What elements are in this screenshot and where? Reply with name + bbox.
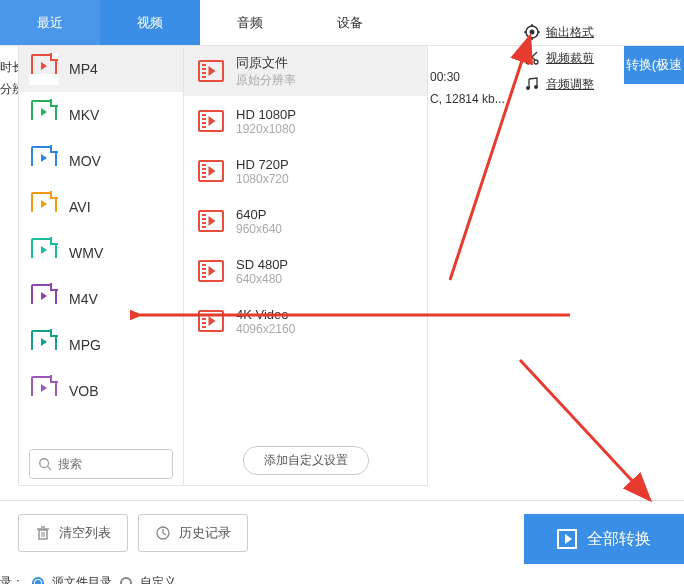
file-icon: M4V [31, 284, 57, 314]
all-convert-button[interactable]: 全部转换 [524, 514, 684, 564]
video-icon [198, 110, 224, 132]
radio-source-dir[interactable] [32, 577, 44, 585]
preset-title: 640P [236, 207, 282, 222]
format-label: M4V [69, 291, 98, 307]
save-location-row: 录： 源文件目录 自定义 [0, 574, 176, 584]
file-codec: C, 12814 kb... [430, 88, 505, 110]
preset-title: 4K Video [236, 307, 295, 322]
save-label: 录： [0, 574, 24, 584]
file-info: 00:30 C, 12814 kb... [430, 66, 505, 110]
preset-title: HD 720P [236, 157, 289, 172]
radio-custom-dir-label: 自定义 [140, 574, 176, 584]
search-icon [38, 457, 52, 471]
tab-device[interactable]: 设备 [300, 0, 400, 45]
preset-same-as-source[interactable]: 同原文件原始分辨率 [184, 46, 427, 96]
format-vob[interactable]: VOB VOB [19, 368, 183, 414]
format-label: MP4 [69, 61, 98, 77]
tab-recent[interactable]: 最近 [0, 0, 100, 45]
audio-adjust-label: 音频调整 [546, 74, 594, 94]
divider [0, 500, 684, 501]
radio-custom-dir[interactable] [120, 577, 132, 585]
all-convert-label: 全部转换 [587, 529, 651, 550]
file-icon: MKV [31, 100, 57, 130]
preset-sub: 1920x1080 [236, 122, 296, 136]
preset-sub: 640x480 [236, 272, 288, 286]
clear-list-label: 清空列表 [59, 524, 111, 542]
svg-point-7 [534, 60, 538, 64]
tab-video[interactable]: 视频 [100, 0, 200, 45]
history-label: 历史记录 [179, 524, 231, 542]
format-wmv[interactable]: WMV WMV [19, 230, 183, 276]
format-panel: MP4 MP4 MKV MKV MOV MOV AVI AVI WMV WMV … [18, 46, 428, 486]
format-mkv[interactable]: MKV MKV [19, 92, 183, 138]
format-label: AVI [69, 199, 91, 215]
format-mov[interactable]: MOV MOV [19, 138, 183, 184]
format-mpg[interactable]: MPG MPG [19, 322, 183, 368]
scissors-icon [524, 50, 540, 66]
video-crop-label: 视频裁剪 [546, 48, 594, 68]
svg-rect-15 [39, 530, 47, 539]
convert-button-small[interactable]: 转换(极速 [624, 46, 684, 84]
add-custom-button[interactable]: 添加自定义设置 [243, 446, 369, 475]
svg-point-13 [40, 459, 49, 468]
search-box[interactable] [29, 449, 173, 479]
file-icon: MOV [31, 146, 57, 176]
svg-line-28 [520, 360, 650, 500]
video-icon [198, 260, 224, 282]
video-icon [198, 160, 224, 182]
file-icon: WMV [31, 238, 57, 268]
svg-line-22 [163, 533, 166, 535]
format-label: WMV [69, 245, 103, 261]
preset-sub: 1080x720 [236, 172, 289, 186]
file-icon: MP4 [31, 54, 57, 84]
output-format-label: 输出格式 [546, 22, 594, 42]
preset-480p[interactable]: SD 480P640x480 [184, 246, 427, 296]
preset-4k[interactable]: 4K Video4096x2160 [184, 296, 427, 346]
search-input[interactable] [58, 457, 164, 471]
target-icon [524, 24, 540, 40]
bottom-buttons: 清空列表 历史记录 [18, 514, 248, 552]
svg-point-1 [530, 30, 535, 35]
preset-1080p[interactable]: HD 1080P1920x1080 [184, 96, 427, 146]
preset-sub: 原始分辨率 [236, 72, 296, 89]
preset-title: 同原文件 [236, 54, 296, 72]
preset-title: SD 480P [236, 257, 288, 272]
category-tabs: 最近 视频 音频 设备 [0, 0, 400, 45]
clock-icon [155, 525, 171, 541]
preset-640p[interactable]: 640P960x640 [184, 196, 427, 246]
preset-sub: 960x640 [236, 222, 282, 236]
file-duration: 00:30 [430, 66, 505, 88]
preset-title: HD 1080P [236, 107, 296, 122]
format-list: MP4 MP4 MKV MKV MOV MOV AVI AVI WMV WMV … [19, 46, 184, 485]
preset-list: 同原文件原始分辨率 HD 1080P1920x1080 HD 720P1080x… [184, 46, 427, 485]
format-label: VOB [69, 383, 99, 399]
video-icon [198, 310, 224, 332]
file-icon: MPG [31, 330, 57, 360]
tab-audio[interactable]: 音频 [200, 0, 300, 45]
video-icon [198, 210, 224, 232]
svg-point-6 [526, 60, 530, 64]
preset-sub: 4096x2160 [236, 322, 295, 336]
output-format-link[interactable]: 输出格式 [524, 22, 684, 42]
svg-line-14 [48, 467, 52, 471]
svg-point-11 [534, 85, 538, 89]
format-label: MPG [69, 337, 101, 353]
trash-icon [35, 525, 51, 541]
history-button[interactable]: 历史记录 [138, 514, 248, 552]
file-icon: AVI [31, 192, 57, 222]
music-note-icon [524, 76, 540, 92]
clear-list-button[interactable]: 清空列表 [18, 514, 128, 552]
preset-720p[interactable]: HD 720P1080x720 [184, 146, 427, 196]
format-m4v[interactable]: M4V M4V [19, 276, 183, 322]
format-label: MKV [69, 107, 99, 123]
format-label: MOV [69, 153, 101, 169]
annotation-arrow [510, 350, 670, 520]
format-mp4[interactable]: MP4 MP4 [19, 46, 183, 92]
file-icon: VOB [31, 376, 57, 406]
radio-source-dir-label: 源文件目录 [52, 574, 112, 584]
video-icon [198, 60, 224, 82]
format-avi[interactable]: AVI AVI [19, 184, 183, 230]
play-icon [557, 529, 577, 549]
